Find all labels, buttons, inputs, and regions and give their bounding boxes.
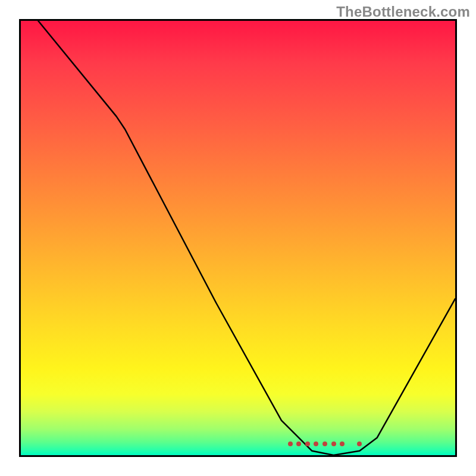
range-marker xyxy=(322,441,327,446)
range-marker xyxy=(296,441,301,446)
range-marker xyxy=(305,441,310,446)
range-marker xyxy=(357,441,362,446)
chart-container: TheBottleneck.com xyxy=(0,0,476,476)
recommended-range-markers xyxy=(21,21,455,455)
range-marker xyxy=(314,441,318,446)
range-marker xyxy=(340,441,345,446)
range-marker xyxy=(331,441,336,446)
range-marker xyxy=(288,441,293,446)
watermark-text: TheBottleneck.com xyxy=(336,4,470,20)
plot-area xyxy=(19,19,457,457)
